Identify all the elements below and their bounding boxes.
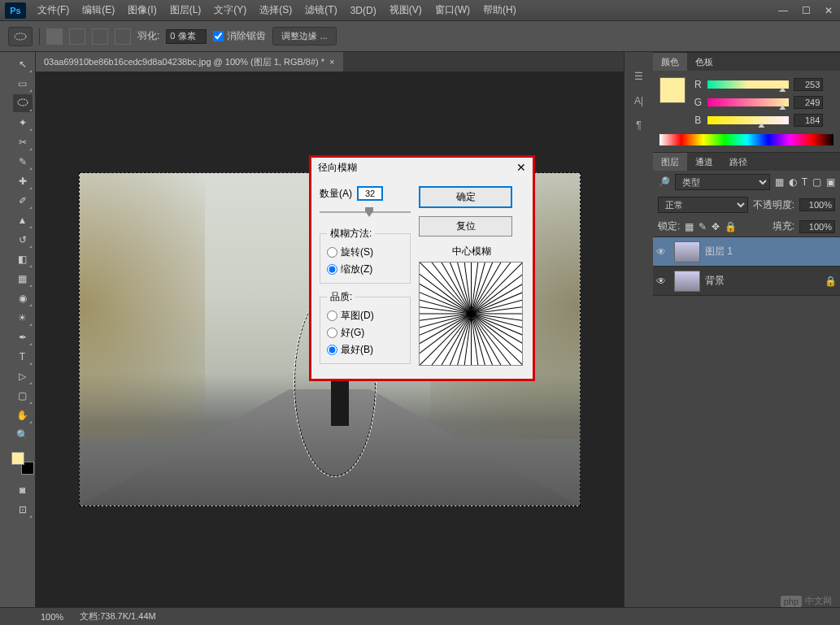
filter-adjust-icon[interactable]: ◐ bbox=[789, 176, 797, 188]
layer-name[interactable]: 背景 bbox=[705, 274, 725, 288]
healing-tool[interactable]: ✚ bbox=[13, 172, 33, 190]
ok-button[interactable]: 确定 bbox=[419, 186, 512, 208]
amount-input[interactable] bbox=[357, 186, 383, 201]
eraser-tool[interactable]: ◧ bbox=[13, 250, 33, 268]
move-tool[interactable]: ↖ bbox=[13, 55, 33, 73]
blend-mode-select[interactable]: 正常 bbox=[658, 197, 748, 213]
minimize-button[interactable]: — bbox=[772, 3, 794, 18]
menu-3d[interactable]: 3D(D) bbox=[344, 2, 383, 20]
visibility-icon[interactable]: 👁 bbox=[656, 276, 669, 287]
magic-wand-tool[interactable]: ✦ bbox=[13, 114, 33, 132]
toolbox: ↖ ▭ ✦ ✂ ✎ ✚ ✐ ▲ ↺ ◧ ▦ ◉ ☀ ✒ T ▷ ▢ ✋ 🔍 ◙ … bbox=[10, 52, 36, 607]
menu-window[interactable]: 窗口(W) bbox=[429, 0, 477, 20]
g-input[interactable] bbox=[794, 96, 823, 109]
menu-select[interactable]: 选择(S) bbox=[253, 0, 298, 20]
quality-good-radio[interactable]: 好(G) bbox=[327, 324, 403, 341]
stamp-tool[interactable]: ▲ bbox=[13, 211, 33, 229]
screen-mode-toggle[interactable]: ⊡ bbox=[13, 501, 33, 519]
layer-thumbnail[interactable] bbox=[674, 271, 700, 292]
dodge-tool[interactable]: ☀ bbox=[13, 309, 33, 327]
tab-swatches[interactable]: 色板 bbox=[687, 53, 721, 71]
tab-paths[interactable]: 路径 bbox=[721, 153, 755, 171]
path-select-tool[interactable]: ▷ bbox=[13, 367, 33, 385]
zoom-tool[interactable]: 🔍 bbox=[13, 426, 33, 444]
tab-channels[interactable]: 通道 bbox=[687, 153, 721, 171]
feather-input[interactable] bbox=[166, 29, 207, 44]
amount-slider[interactable] bbox=[320, 206, 411, 219]
menu-edit[interactable]: 编辑(E) bbox=[76, 0, 121, 20]
maximize-button[interactable]: ☐ bbox=[794, 3, 817, 18]
antialias-checkbox[interactable]: 消除锯齿 bbox=[213, 29, 266, 43]
lock-position-icon[interactable]: ✥ bbox=[712, 221, 720, 232]
method-zoom-radio[interactable]: 缩放(Z) bbox=[327, 261, 403, 278]
current-tool-icon[interactable] bbox=[8, 27, 33, 46]
color-swatches[interactable] bbox=[11, 452, 34, 475]
brush-tool[interactable]: ✐ bbox=[13, 192, 33, 210]
history-panel-icon[interactable]: ☰ bbox=[631, 68, 647, 85]
g-slider[interactable] bbox=[707, 98, 789, 106]
filter-type-icon[interactable]: T bbox=[802, 176, 807, 188]
filter-shape-icon[interactable]: ▢ bbox=[812, 176, 821, 188]
layer-item[interactable]: 👁 背景 🔒 bbox=[653, 267, 840, 296]
selection-add-icon[interactable] bbox=[69, 28, 85, 45]
menu-type[interactable]: 文字(Y) bbox=[207, 0, 253, 20]
menu-image[interactable]: 图像(I) bbox=[121, 0, 163, 20]
lock-pixels-icon[interactable]: ✎ bbox=[699, 221, 707, 232]
filter-kind-icon[interactable]: 🔎 bbox=[658, 176, 670, 188]
quick-mask-toggle[interactable]: ◙ bbox=[13, 481, 33, 499]
pen-tool[interactable]: ✒ bbox=[13, 328, 33, 346]
menu-layer[interactable]: 图层(L) bbox=[163, 0, 208, 20]
color-preview-swatch[interactable] bbox=[659, 77, 685, 103]
fill-input[interactable] bbox=[799, 220, 835, 233]
document-tab[interactable]: 03aa69910be86b16cedc9d8a04238bc.jpg @ 10… bbox=[36, 52, 343, 72]
menu-view[interactable]: 视图(V) bbox=[383, 0, 429, 20]
quality-draft-radio[interactable]: 草图(D) bbox=[327, 307, 403, 324]
tab-color[interactable]: 颜色 bbox=[653, 53, 687, 71]
filter-kind-select[interactable]: 类型 bbox=[675, 174, 770, 190]
eyedropper-tool[interactable]: ✎ bbox=[13, 153, 33, 171]
filter-pixel-icon[interactable]: ▦ bbox=[775, 176, 784, 188]
dialog-close-icon[interactable]: ✕ bbox=[516, 161, 526, 175]
layer-item[interactable]: 👁 图层 1 bbox=[653, 237, 840, 267]
method-spin-radio[interactable]: 旋转(S) bbox=[327, 244, 403, 261]
b-input[interactable] bbox=[794, 114, 823, 127]
layer-name[interactable]: 图层 1 bbox=[705, 245, 733, 258]
lock-transparent-icon[interactable]: ▦ bbox=[685, 221, 694, 232]
paragraph-panel-icon[interactable]: ¶ bbox=[631, 117, 647, 133]
selection-intersect-icon[interactable] bbox=[115, 28, 131, 45]
gradient-tool[interactable]: ▦ bbox=[13, 270, 33, 288]
menu-help[interactable]: 帮助(H) bbox=[477, 0, 523, 20]
menu-filter[interactable]: 滤镜(T) bbox=[298, 0, 343, 20]
lock-all-icon[interactable]: 🔒 bbox=[725, 221, 737, 232]
crop-tool[interactable]: ✂ bbox=[13, 133, 33, 151]
character-panel-icon[interactable]: A| bbox=[631, 93, 647, 109]
menu-file[interactable]: 文件(F) bbox=[31, 0, 76, 20]
tab-layers[interactable]: 图层 bbox=[653, 153, 687, 171]
foreground-color-swatch[interactable] bbox=[11, 452, 24, 465]
marquee-tool[interactable]: ▭ bbox=[13, 75, 33, 93]
visibility-icon[interactable]: 👁 bbox=[656, 246, 669, 258]
quality-best-radio[interactable]: 最好(B) bbox=[327, 341, 403, 358]
hand-tool[interactable]: ✋ bbox=[13, 406, 33, 424]
color-spectrum[interactable] bbox=[659, 134, 833, 145]
close-window-button[interactable]: ✕ bbox=[817, 3, 840, 18]
b-slider[interactable] bbox=[707, 116, 789, 124]
type-tool[interactable]: T bbox=[13, 348, 33, 366]
reset-button[interactable]: 复位 bbox=[419, 216, 512, 237]
doc-info[interactable]: 文档:738.7K/1.44M bbox=[80, 610, 156, 623]
r-slider[interactable] bbox=[707, 80, 789, 89]
layer-thumbnail[interactable] bbox=[674, 241, 700, 263]
opacity-input[interactable] bbox=[799, 198, 835, 211]
close-tab-icon[interactable]: × bbox=[329, 57, 334, 67]
blur-tool[interactable]: ◉ bbox=[13, 289, 33, 307]
filter-smart-icon[interactable]: ▣ bbox=[826, 176, 835, 188]
refine-edge-button[interactable]: 调整边缘 ... bbox=[272, 27, 336, 46]
selection-new-icon[interactable] bbox=[46, 28, 63, 45]
blur-center-preview[interactable] bbox=[419, 262, 523, 366]
r-input[interactable] bbox=[794, 78, 823, 91]
history-brush-tool[interactable]: ↺ bbox=[13, 231, 33, 249]
lasso-tool[interactable] bbox=[13, 94, 33, 112]
selection-subtract-icon[interactable] bbox=[92, 28, 108, 45]
shape-tool[interactable]: ▢ bbox=[13, 387, 33, 405]
zoom-level[interactable]: 100% bbox=[41, 612, 63, 622]
